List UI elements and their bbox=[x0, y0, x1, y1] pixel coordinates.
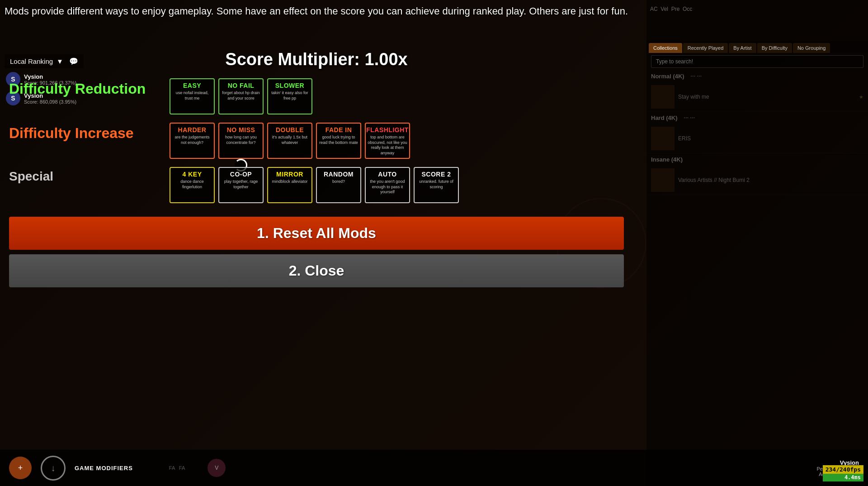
tab-by-artist[interactable]: By Artist bbox=[729, 43, 756, 53]
mod-double-name: DOUBLE bbox=[276, 126, 304, 133]
mod-flashlight-name: FLASHLIGHT bbox=[366, 126, 409, 133]
mod-fadein-button[interactable]: FADE IN good luck trying to read the bot… bbox=[316, 123, 361, 159]
close-button[interactable]: 2. Close bbox=[9, 254, 624, 287]
ms-value: 4.4ms bbox=[823, 473, 863, 481]
mod-mirror-button[interactable]: MIRROR mindblock alleviator bbox=[267, 167, 312, 203]
mod-auto-desc: the you aren't good enough to pass it yo… bbox=[368, 179, 407, 195]
mod-nofail-desc: forget about hp drain and your score bbox=[221, 91, 261, 101]
difficulty-increase-label: Difficulty Increase bbox=[9, 123, 163, 142]
song-thumbnail bbox=[651, 127, 675, 150]
mod-harder-button[interactable]: HARDER are the judgements not enough? bbox=[170, 123, 215, 159]
list-item[interactable]: ERIS bbox=[646, 124, 868, 153]
mod-nomiss-name: NO MISS bbox=[227, 126, 255, 133]
mod-mirror-name: MIRROR bbox=[276, 171, 303, 178]
mod-score2-desc: unranked. future of scoring bbox=[416, 179, 456, 190]
mod-easy-button[interactable]: EASY use nofail instead, trust me bbox=[170, 78, 215, 114]
difficulty-reduction-section: Difficulty Reduction EASY use nofail ins… bbox=[9, 78, 624, 114]
right-song-panel: AC Vel Pre Occ Collections Recently Play… bbox=[646, 0, 868, 486]
mod-double-desc: it's actually 1.5x but whatever bbox=[270, 135, 310, 145]
osu-logo-small: V bbox=[208, 459, 226, 477]
mod-flashlight-desc: top and bottom are obscured, not like yo… bbox=[368, 135, 407, 156]
tab-collections[interactable]: Collections bbox=[649, 43, 682, 53]
mod-score2-button[interactable]: SCORE 2 unranked. future of scoring bbox=[414, 167, 459, 203]
tab-no-grouping[interactable]: No Grouping bbox=[793, 43, 830, 53]
mod-nomiss-button[interactable]: NO MISS how long can you concentrate for… bbox=[218, 123, 264, 159]
mod-fadein-desc: good luck trying to read the bottom mate bbox=[319, 135, 359, 145]
mod-double-button[interactable]: DOUBLE it's actually 1.5x but whatever bbox=[267, 123, 312, 159]
mod-harder-desc: are the judgements not enough? bbox=[172, 135, 212, 145]
mod-slower-desc: takin' it easy also for free pp bbox=[270, 91, 310, 101]
mod-harder-name: HARDER bbox=[178, 126, 207, 133]
fps-value: 234/240fps bbox=[823, 465, 863, 474]
mod-flashlight-button[interactable]: FLASHLIGHT top and bottom are obscured, … bbox=[365, 123, 410, 159]
mod-4key-name: 4 KEY bbox=[183, 171, 202, 178]
bottom-bar: + ↓ GAME MODIFIERS FA FA V Vysion Perfor… bbox=[0, 450, 868, 486]
list-item[interactable]: Stay with me ★ bbox=[646, 82, 868, 112]
mod-random-button[interactable]: RANDOM bored? bbox=[316, 167, 361, 203]
special-label: Special bbox=[9, 167, 163, 184]
difficulty-increase-section: Difficulty Increase HARDER are the judge… bbox=[9, 123, 624, 159]
mod-slower-name: SLOWER bbox=[275, 82, 304, 89]
score-multiplier-display: Score Multiplier: 1.00x bbox=[9, 50, 624, 69]
song-search-input[interactable] bbox=[651, 55, 863, 68]
mod-easy-desc: use nofail instead, trust me bbox=[172, 91, 212, 101]
song-thumbnail bbox=[651, 85, 675, 109]
mod-random-name: RANDOM bbox=[324, 171, 354, 178]
song-info: ERIS bbox=[678, 135, 863, 142]
song-info: Various Artists // Night Bumi 2 bbox=[678, 177, 863, 183]
song-info: Stay with me bbox=[678, 94, 855, 100]
special-section: Special 4 KEY dance dance fingerlution C… bbox=[9, 167, 624, 203]
bottom-bar-title: GAME MODIFIERS bbox=[75, 465, 133, 472]
mod-fadein-name: FADE IN bbox=[326, 126, 352, 133]
plus-icon: + bbox=[9, 457, 32, 479]
mod-nofail-button[interactable]: NO FAIL forget about hp drain and your s… bbox=[218, 78, 264, 114]
mod-description-text: Mods provide different ways to enjoy gam… bbox=[5, 5, 633, 19]
mod-easy-name: EASY bbox=[183, 82, 201, 89]
difficulty-reduction-label: Difficulty Reduction bbox=[9, 78, 163, 97]
mod-4key-button[interactable]: 4 KEY dance dance fingerlution bbox=[170, 167, 215, 203]
difficulty-insane-label: Insane (4K) bbox=[651, 156, 683, 163]
fps-counter: 234/240fps 4.4ms bbox=[823, 465, 863, 481]
difficulty-reduction-mods: EASY use nofail instead, trust me NO FAI… bbox=[170, 78, 312, 114]
mod-random-desc: bored? bbox=[332, 179, 345, 185]
score-display: AC Vel Pre Occ bbox=[650, 6, 692, 12]
mod-auto-button[interactable]: AUTO the you aren't good enough to pass … bbox=[365, 167, 410, 203]
mod-coop-button[interactable]: CO-OP play together, rage together bbox=[218, 167, 264, 203]
difficulty-normal-label: Normal (4K) bbox=[651, 73, 684, 80]
mod-coop-name: CO-OP bbox=[230, 171, 252, 178]
reset-all-mods-button[interactable]: 1. Reset All Mods bbox=[9, 217, 624, 250]
tab-recently-played[interactable]: Recently Played bbox=[683, 43, 728, 53]
song-thumbnail bbox=[651, 168, 675, 192]
mod-score2-name: SCORE 2 bbox=[422, 171, 451, 178]
song-panel-tabs: Collections Recently Played By Artist By… bbox=[646, 41, 868, 53]
action-buttons: 1. Reset All Mods 2. Close bbox=[9, 217, 624, 287]
mod-slower-button[interactable]: SLOWER takin' it easy also for free pp bbox=[267, 78, 312, 114]
mod-modal-container: Score Multiplier: 1.00x Difficulty Reduc… bbox=[0, 50, 633, 448]
difficulty-hard-label: Hard (4K) bbox=[651, 114, 678, 121]
mod-nomiss-desc: how long can you concentrate for? bbox=[221, 135, 261, 145]
mod-4key-desc: dance dance fingerlution bbox=[172, 179, 212, 190]
download-icon: ↓ bbox=[41, 456, 66, 481]
bottom-bar-extra: FA FA bbox=[169, 465, 185, 471]
difficulty-increase-mods: HARDER are the judgements not enough? NO… bbox=[170, 123, 410, 159]
mod-mirror-desc: mindblock alleviator bbox=[272, 179, 307, 185]
mod-auto-name: AUTO bbox=[378, 171, 396, 178]
mod-coop-desc: play together, rage together bbox=[221, 179, 261, 190]
special-mods: 4 KEY dance dance fingerlution CO-OP pla… bbox=[170, 167, 459, 203]
tab-by-difficulty[interactable]: By Difficulty bbox=[757, 43, 792, 53]
mod-nofail-name: NO FAIL bbox=[228, 82, 255, 89]
list-item[interactable]: Various Artists // Night Bumi 2 bbox=[646, 166, 868, 195]
